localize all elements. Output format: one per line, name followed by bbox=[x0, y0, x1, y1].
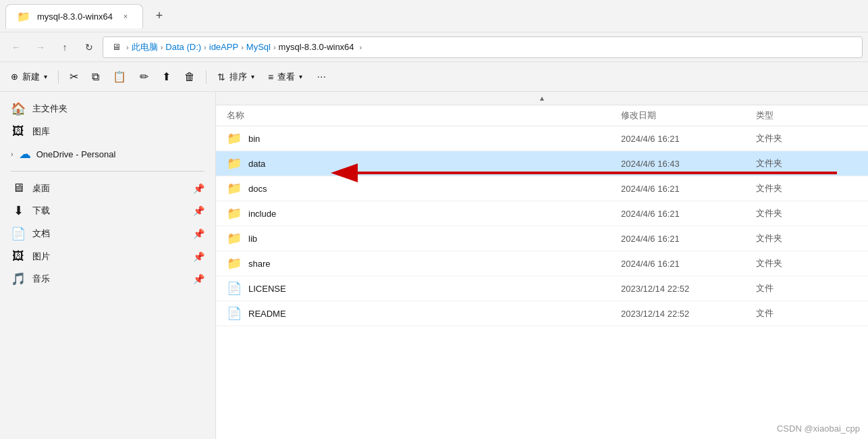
new-chevron: ▾ bbox=[44, 73, 47, 80]
tab-close-button[interactable]: × bbox=[119, 10, 132, 22]
refresh-button[interactable]: ↻ bbox=[78, 36, 100, 58]
file-name: share bbox=[248, 259, 621, 269]
sidebar-label-home: 主文件夹 bbox=[32, 103, 67, 115]
breadcrumb-item-computer[interactable]: 此电脑 bbox=[132, 41, 158, 53]
sidebar-item-desktop[interactable]: 🖥 桌面 📌 bbox=[0, 177, 215, 199]
download-icon: ⬇ bbox=[11, 203, 26, 218]
file-row[interactable]: 📁data2024/4/6 16:43文件夹 bbox=[216, 151, 868, 176]
sidebar-item-gallery[interactable]: 🖼 图库 bbox=[0, 120, 215, 143]
file-type: 文件夹 bbox=[756, 257, 857, 269]
active-tab[interactable]: 📁 mysql-8.3.0-winx64 × bbox=[5, 4, 143, 28]
file-name-cell: 📁lib bbox=[227, 231, 621, 246]
file-date: 2023/12/14 22:52 bbox=[621, 284, 756, 294]
file-row[interactable]: 📁bin2024/4/6 16:21文件夹 bbox=[216, 126, 868, 151]
breadcrumb-expand-arrow[interactable]: › bbox=[360, 43, 362, 51]
sidebar-item-download[interactable]: ⬇ 下载 📌 bbox=[0, 199, 215, 222]
header-date: 修改日期 bbox=[621, 109, 756, 122]
breadcrumb-item-data[interactable]: Data (D:) bbox=[165, 42, 201, 52]
file-row[interactable]: 📁lib2024/4/6 16:21文件夹 bbox=[216, 226, 868, 251]
file-type: 文件夹 bbox=[756, 132, 857, 145]
file-name-cell: 📄LICENSE bbox=[227, 281, 621, 296]
file-type: 文件夹 bbox=[756, 207, 857, 220]
new-button[interactable]: ⊕ 新建 ▾ bbox=[5, 66, 53, 88]
rename-button[interactable]: ✏ bbox=[134, 66, 154, 88]
file-row[interactable]: 📁share2024/4/6 16:21文件夹 bbox=[216, 251, 868, 276]
toolbar-sep-1 bbox=[58, 70, 59, 84]
file-name: docs bbox=[248, 184, 621, 194]
file-name: README bbox=[248, 309, 621, 319]
back-button[interactable]: ← bbox=[5, 36, 27, 58]
more-button[interactable]: ··· bbox=[310, 66, 332, 88]
sidebar-item-music[interactable]: 🎵 音乐 📌 bbox=[0, 267, 215, 290]
breadcrumb-item-ideapp[interactable]: ideAPP bbox=[209, 42, 238, 52]
sidebar-item-onedrive[interactable]: › ☁ OneDrive - Personal bbox=[0, 143, 215, 165]
copy-button[interactable]: ⧉ bbox=[86, 66, 105, 88]
folder-icon: 📁 bbox=[227, 231, 242, 246]
copy-icon: ⧉ bbox=[92, 71, 99, 83]
breadcrumb-sep-4: › bbox=[273, 43, 276, 51]
delete-icon: 🗑 bbox=[184, 71, 195, 83]
collapse-bar[interactable]: ▲ bbox=[216, 92, 868, 105]
file-date: 2024/4/6 16:21 bbox=[621, 259, 756, 269]
sidebar-label-desktop: 桌面 bbox=[32, 182, 50, 195]
file-list: ▲ 名称 修改日期 类型 📁bin2024/4/6 16:21文件夹📁data2… bbox=[216, 92, 868, 439]
file-row[interactable]: 📄LICENSE2023/12/14 22:52文件 bbox=[216, 276, 868, 301]
title-bar: 📁 mysql-8.3.0-winx64 × + bbox=[0, 0, 868, 32]
gallery-icon: 🖼 bbox=[11, 124, 26, 138]
address-bar-row: ← → ↑ ↻ 🖥 › 此电脑 › Data (D:) › ideAPP › M… bbox=[0, 32, 868, 62]
sidebar-item-pictures[interactable]: 🖼 图片 📌 bbox=[0, 245, 215, 267]
pictures-icon: 🖼 bbox=[11, 249, 26, 263]
sort-icon: ⇅ bbox=[217, 72, 225, 82]
new-tab-button[interactable]: + bbox=[148, 5, 170, 27]
folder-icon: 📁 bbox=[227, 156, 242, 171]
file-row[interactable]: 📁docs2024/4/6 16:21文件夹 bbox=[216, 176, 868, 201]
breadcrumb-sep-1: › bbox=[161, 43, 163, 51]
sidebar-label-pictures: 图片 bbox=[32, 251, 50, 263]
file-name-cell: 📁share bbox=[227, 256, 621, 271]
forward-button[interactable]: → bbox=[30, 36, 51, 58]
music-icon: 🎵 bbox=[11, 272, 26, 286]
file-name-cell: 📁data bbox=[227, 156, 621, 171]
sidebar-label-documents: 文档 bbox=[32, 228, 50, 240]
onedrive-icon: ☁ bbox=[18, 147, 32, 161]
delete-button[interactable]: 🗑 bbox=[179, 66, 200, 88]
file-type: 文件夹 bbox=[756, 232, 857, 244]
sidebar-item-home[interactable]: 🏠 主文件夹 bbox=[0, 97, 215, 120]
file-date: 2024/4/6 16:43 bbox=[621, 159, 756, 169]
rename-icon: ✏ bbox=[140, 70, 148, 83]
home-icon: 🏠 bbox=[11, 101, 26, 116]
view-button[interactable]: ≡ 查看 ▾ bbox=[263, 66, 308, 88]
folder-icon: 📁 bbox=[227, 181, 242, 196]
up-button[interactable]: ↑ bbox=[54, 36, 76, 58]
cut-button[interactable]: ✂ bbox=[64, 66, 84, 88]
sort-chevron: ▾ bbox=[251, 73, 254, 80]
cut-icon: ✂ bbox=[70, 70, 78, 83]
breadcrumb-item-mysql[interactable]: MySql bbox=[246, 42, 271, 52]
toolbar-sep-2 bbox=[206, 70, 207, 84]
computer-icon[interactable]: 🖥 bbox=[109, 40, 124, 55]
file-type: 文件夹 bbox=[756, 157, 857, 170]
folder-icon: 📁 bbox=[227, 256, 242, 271]
file-name: bin bbox=[248, 134, 621, 144]
breadcrumb-sep-3: › bbox=[241, 43, 244, 51]
sidebar-item-documents[interactable]: 📄 文档 📌 bbox=[0, 222, 215, 245]
file-type: 文件 bbox=[756, 307, 857, 319]
paste-icon: 📋 bbox=[113, 70, 126, 83]
breadcrumb: 🖥 › 此电脑 › Data (D:) › ideAPP › MySql › m… bbox=[103, 36, 863, 58]
documents-pin-icon: 📌 bbox=[193, 228, 205, 239]
share-button[interactable]: ⬆ bbox=[157, 66, 176, 88]
view-chevron: ▾ bbox=[299, 73, 302, 80]
tab-label: mysql-8.3.0-winx64 bbox=[37, 11, 113, 22]
new-icon: ⊕ bbox=[11, 72, 18, 82]
sidebar-label-download: 下载 bbox=[32, 205, 50, 217]
file-name: LICENSE bbox=[248, 284, 621, 294]
sidebar-label-gallery: 图库 bbox=[32, 126, 50, 138]
file-row[interactable]: 📄README2023/12/14 22:52文件 bbox=[216, 301, 868, 326]
file-row[interactable]: 📁include2024/4/6 16:21文件夹 bbox=[216, 201, 868, 226]
file-date: 2024/4/6 16:21 bbox=[621, 209, 756, 219]
file-list-header: 名称 修改日期 类型 bbox=[216, 105, 868, 126]
paste-button[interactable]: 📋 bbox=[107, 66, 132, 88]
sort-button[interactable]: ⇅ 排序 ▾ bbox=[212, 66, 260, 88]
pictures-pin-icon: 📌 bbox=[193, 251, 205, 262]
main-layout: 🏠 主文件夹 🖼 图库 › ☁ OneDrive - Personal 🖥 桌面… bbox=[0, 92, 868, 439]
